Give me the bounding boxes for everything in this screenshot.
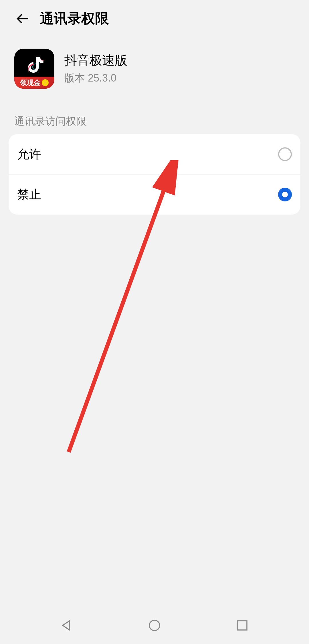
svg-marker-3: [63, 621, 70, 630]
app-version: 版本 25.3.0: [64, 71, 127, 85]
nav-home-button[interactable]: [146, 617, 163, 634]
douyin-icon: [14, 51, 54, 77]
radio-selected-icon: [278, 188, 292, 201]
radio-unselected-icon: [278, 147, 292, 161]
cash-banner: 领现金 ⚡: [14, 77, 54, 89]
svg-rect-5: [238, 621, 247, 630]
system-nav-bar: [0, 607, 309, 644]
nav-back-button[interactable]: [58, 617, 75, 634]
app-info-section: 领现金 ⚡ 抖音极速版 版本 25.3.0: [0, 40, 309, 97]
page-title: 通讯录权限: [40, 9, 109, 28]
option-allow[interactable]: 允许: [9, 134, 300, 174]
option-deny-label: 禁止: [17, 187, 41, 203]
header-bar: 通讯录权限: [0, 0, 309, 37]
permission-options-card: 允许 禁止: [9, 134, 300, 215]
cash-banner-text: 领现金: [20, 78, 41, 87]
svg-point-4: [149, 620, 160, 631]
option-deny[interactable]: 禁止: [9, 174, 300, 215]
bolt-icon: ⚡: [42, 79, 49, 86]
app-icon: 领现金 ⚡: [14, 49, 54, 89]
nav-recent-button[interactable]: [234, 617, 251, 634]
square-recent-icon: [235, 619, 249, 632]
option-allow-label: 允许: [17, 146, 41, 162]
circle-home-icon: [148, 619, 161, 632]
arrow-left-icon: [16, 11, 30, 26]
back-button[interactable]: [14, 10, 31, 27]
app-details: 抖音极速版 版本 25.3.0: [64, 52, 127, 85]
triangle-back-icon: [60, 619, 74, 632]
section-label: 通讯录访问权限: [0, 114, 309, 128]
app-name: 抖音极速版: [64, 52, 127, 69]
